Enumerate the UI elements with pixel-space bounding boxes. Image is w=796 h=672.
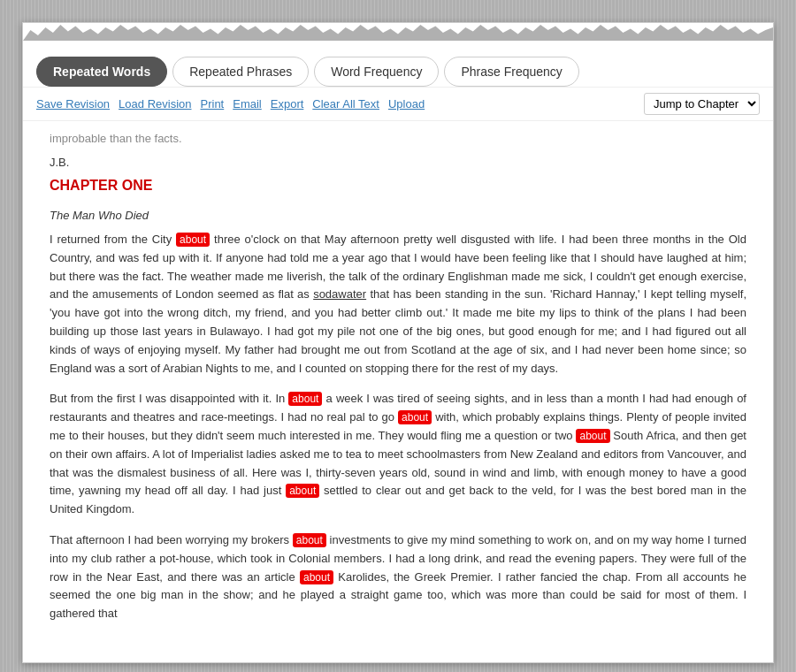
content-area: Repeated WordsRepeated PhrasesWord Frequ… (23, 50, 773, 643)
export-link[interactable]: Export (271, 97, 304, 111)
author-name: J.B. (50, 154, 746, 172)
improbable-text: improbable than the facts. (50, 130, 746, 149)
page-container: Repeated WordsRepeated PhrasesWord Frequ… (22, 22, 774, 663)
plain-text: But from the first I was disappointed wi… (50, 392, 288, 405)
highlighted-word: about (398, 410, 432, 424)
underlined-text: sodawater (313, 287, 366, 301)
main-text: improbable than the facts. J.B. CHAPTER … (23, 121, 773, 643)
tabs-row: Repeated WordsRepeated PhrasesWord Frequ… (23, 50, 773, 87)
text-paragraph: That afternoon I had been worrying my br… (50, 531, 746, 623)
chapter-header: J.B. CHAPTER ONE (50, 154, 746, 196)
tab-word-frequency[interactable]: Word Frequency (314, 57, 439, 87)
toolbar-row: Save RevisionLoad RevisionPrintEmailExpo… (23, 87, 773, 121)
jump-to-chapter-select[interactable]: Jump to ChapterChapter OneChapter TwoCha… (644, 93, 760, 115)
plain-text: I returned from the City (50, 233, 176, 246)
clear-all-text-link[interactable]: Clear All Text (312, 97, 379, 111)
highlighted-word: about (288, 392, 322, 406)
email-link[interactable]: Email (233, 97, 262, 111)
plain-text: That afternoon I had been worrying my br… (50, 533, 293, 546)
load-revision-link[interactable]: Load Revision (119, 97, 191, 111)
highlighted-word: about (293, 533, 326, 547)
tab-repeated-words[interactable]: Repeated Words (36, 57, 167, 87)
save-revision-link[interactable]: Save Revision (36, 97, 110, 111)
highlighted-word: about (286, 484, 319, 498)
upload-link[interactable]: Upload (388, 97, 425, 111)
torn-edge-top (23, 23, 773, 50)
paragraphs-container: I returned from the City about three o'c… (50, 231, 746, 623)
print-link[interactable]: Print (201, 97, 225, 111)
tab-phrase-frequency[interactable]: Phrase Frequency (444, 57, 578, 87)
text-paragraph: But from the first I was disappointed wi… (50, 390, 746, 519)
chapter-title: CHAPTER ONE (50, 174, 746, 197)
section-title: The Man Who Died (50, 207, 746, 225)
tab-repeated-phrases[interactable]: Repeated Phrases (172, 57, 309, 87)
highlighted-word: about (576, 429, 609, 443)
text-paragraph: I returned from the City about three o'c… (50, 231, 746, 378)
highlighted-word: about (300, 570, 333, 584)
highlighted-word: about (176, 233, 210, 247)
